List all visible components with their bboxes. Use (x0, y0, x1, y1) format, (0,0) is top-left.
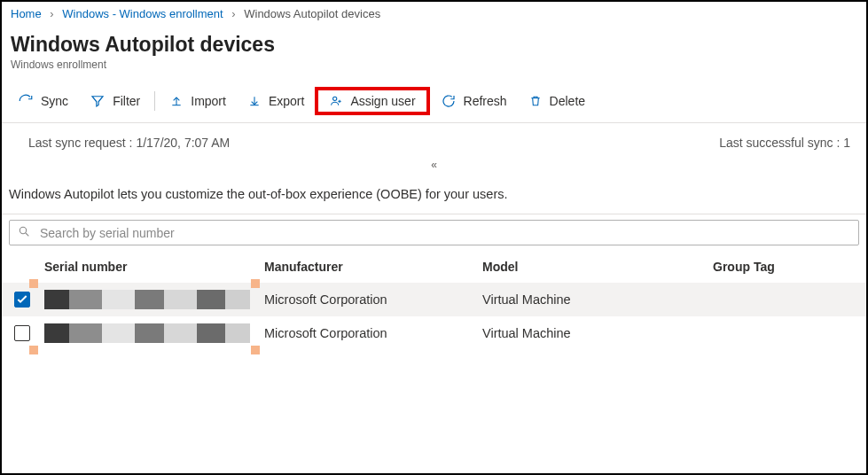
col-header-serial[interactable]: Serial number (44, 260, 264, 274)
export-label: Export (269, 94, 304, 108)
svg-point-1 (20, 227, 26, 233)
sync-button[interactable]: Sync (7, 90, 79, 113)
col-header-manufacturer[interactable]: Manufacturer (264, 260, 482, 274)
last-successful-sync-label: Last successful sync : (719, 136, 840, 150)
col-header-model[interactable]: Model (482, 260, 713, 274)
assign-user-button[interactable]: Assign user (318, 90, 426, 112)
cell-manufacturer: Microsoft Corporation (264, 292, 482, 307)
table-header-row: Serial number Manufacturer Model Group T… (2, 251, 866, 283)
row-checkbox[interactable] (14, 292, 30, 308)
sync-icon (18, 93, 34, 109)
page-title: Windows Autopilot devices (11, 33, 857, 57)
cell-manufacturer: Microsoft Corporation (264, 326, 482, 340)
upload-icon (169, 94, 184, 108)
search-wrap (2, 214, 866, 251)
chevron-right-icon: › (50, 7, 53, 20)
cell-model: Virtual Machine (482, 292, 713, 307)
page-header: Windows Autopilot devices Windows enroll… (2, 24, 866, 73)
last-sync-request-value: 1/17/20, 7:07 AM (136, 136, 230, 150)
last-sync-request-label: Last sync request : (28, 136, 133, 150)
filter-icon (90, 93, 106, 109)
devices-table: Serial number Manufacturer Model Group T… (2, 251, 866, 350)
assign-user-label: Assign user (350, 94, 415, 108)
assign-user-highlight: Assign user (315, 87, 429, 115)
serial-redacted (44, 290, 250, 309)
cell-model: Virtual Machine (482, 326, 713, 340)
search-box[interactable] (9, 220, 859, 245)
toolbar-divider (154, 91, 155, 111)
filter-button[interactable]: Filter (79, 90, 151, 113)
table-row[interactable]: Microsoft Corporation Virtual Machine (2, 283, 866, 316)
serial-redacted (44, 323, 250, 343)
import-label: Import (191, 94, 226, 108)
breadcrumb: Home › Windows - Windows enrollment › Wi… (2, 2, 866, 24)
search-input[interactable] (38, 225, 851, 241)
table-row[interactable]: Microsoft Corporation Virtual Machine (2, 316, 866, 350)
breadcrumb-current: Windows Autopilot devices (244, 7, 380, 20)
svg-point-0 (333, 97, 337, 100)
chevron-up-double-icon: « (431, 159, 437, 171)
export-button[interactable]: Export (237, 90, 315, 112)
refresh-icon (441, 93, 457, 109)
col-header-group-tag[interactable]: Group Tag (713, 260, 866, 274)
trash-icon (528, 94, 543, 108)
breadcrumb-home[interactable]: Home (11, 7, 42, 20)
search-icon (17, 224, 31, 241)
last-successful-sync-value: 1 (843, 136, 850, 150)
download-icon (247, 94, 262, 108)
delete-button[interactable]: Delete (518, 90, 596, 112)
collapse-toggle[interactable]: « (2, 155, 866, 180)
description-text: Windows Autopilot lets you customize the… (2, 180, 866, 214)
filter-label: Filter (113, 94, 140, 108)
breadcrumb-parent[interactable]: Windows - Windows enrollment (62, 7, 223, 20)
toolbar: Sync Filter Import Export Assign user (2, 78, 866, 123)
person-add-icon (329, 94, 343, 108)
status-row: Last sync request : 1/17/20, 7:07 AM Las… (2, 123, 866, 155)
sync-label: Sync (41, 94, 68, 108)
delete-label: Delete (550, 94, 585, 108)
refresh-label: Refresh (464, 94, 507, 108)
page-subtitle: Windows enrollment (11, 58, 857, 71)
refresh-button[interactable]: Refresh (430, 90, 518, 113)
chevron-right-icon: › (231, 7, 235, 20)
row-checkbox[interactable] (14, 325, 30, 341)
import-button[interactable]: Import (159, 90, 237, 112)
